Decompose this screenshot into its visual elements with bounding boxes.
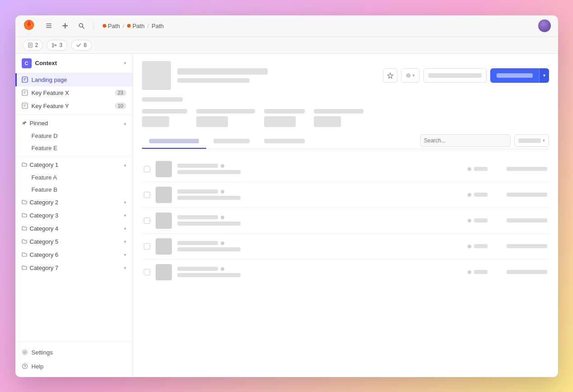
- project-header: ▾ ▾: [142, 61, 549, 90]
- row-meta-5: [177, 267, 462, 271]
- row-status-dot-1: [221, 164, 224, 168]
- more-dot: [406, 73, 411, 78]
- stat-col-4: [314, 109, 364, 127]
- counter-tab-checks[interactable]: 8: [71, 40, 92, 51]
- content-tab-2[interactable]: [206, 134, 257, 149]
- sidebar-category-7-chevron-icon: ▾: [124, 265, 126, 270]
- row-meta-4: [177, 241, 462, 245]
- app-window: Path / Path / Path 2 3: [15, 15, 558, 377]
- star-button[interactable]: [383, 68, 398, 83]
- stat-col-2: [196, 109, 255, 127]
- sidebar-section-category-4[interactable]: Category 4 ▾: [15, 222, 133, 235]
- sidebar-item-key-feature-y[interactable]: Key Feature Y 10: [15, 99, 133, 113]
- tab-search-input[interactable]: [420, 134, 511, 147]
- table-row[interactable]: [142, 156, 549, 182]
- table-row[interactable]: [142, 260, 549, 285]
- breadcrumb-label-3: Path: [152, 23, 164, 29]
- content-tab-3[interactable]: [257, 134, 312, 149]
- sidebar-context-left: C Context: [22, 58, 57, 68]
- row-checkbox-4[interactable]: [144, 243, 150, 250]
- row-info-4: [177, 241, 462, 251]
- sidebar-sub-item-feature-e[interactable]: Feature E: [15, 142, 133, 154]
- secondary-input-area[interactable]: [423, 68, 487, 83]
- sidebar-sub-item-feature-b-label: Feature B: [32, 186, 57, 193]
- svg-marker-26: [388, 73, 393, 78]
- row-status-text-1: [474, 167, 488, 171]
- counter-tabs-bar: 2 3 8: [15, 37, 558, 54]
- primary-action-main[interactable]: [490, 68, 539, 83]
- breadcrumb-item-2[interactable]: Path: [127, 23, 145, 29]
- sidebar-category-6-label: Category 6: [30, 251, 59, 258]
- row-status-dot-3: [221, 216, 224, 219]
- row-checkbox-2[interactable]: [144, 192, 150, 198]
- row-date-5: [493, 270, 547, 274]
- logo[interactable]: [23, 19, 39, 33]
- row-info-5: [177, 267, 462, 277]
- row-date-text-1: [507, 167, 547, 171]
- content-tab-2-skeleton: [213, 139, 250, 143]
- row-date-2: [493, 193, 547, 197]
- sidebar-sub-item-feature-a[interactable]: Feature A: [15, 171, 133, 184]
- row-thumbnail-3: [156, 213, 172, 229]
- svg-rect-1: [46, 25, 52, 26]
- sidebar-divider-2: [15, 156, 133, 156]
- counter-checks-value: 8: [84, 42, 87, 48]
- row-thumbnail-2: [156, 187, 172, 203]
- add-button[interactable]: [59, 19, 71, 32]
- row-date-1: [493, 167, 547, 171]
- content-tab-active[interactable]: [142, 134, 206, 149]
- breadcrumb-item-3[interactable]: Path: [152, 23, 164, 29]
- stat-col-3-line1: [264, 109, 305, 113]
- row-status-text-5: [474, 270, 488, 274]
- table-row[interactable]: [142, 182, 549, 208]
- avatar-area[interactable]: [538, 19, 551, 32]
- user-avatar[interactable]: [538, 19, 551, 32]
- counter-tab-docs[interactable]: 2: [23, 40, 43, 51]
- row-sub-3: [177, 222, 241, 226]
- row-checkbox-3[interactable]: [144, 217, 150, 224]
- sidebar-item-key-feature-y-label: Key Feature Y: [32, 103, 69, 109]
- sidebar-nav: Landing page Key Feature X 23 Key Featur…: [15, 73, 133, 341]
- sidebar-footer-help[interactable]: Help: [22, 360, 126, 373]
- primary-action-arrow[interactable]: ▾: [539, 68, 549, 83]
- sidebar-section-category-7[interactable]: Category 7 ▾: [15, 261, 133, 274]
- table-row[interactable]: [142, 234, 549, 260]
- row-thumbnail-5: [156, 264, 172, 280]
- sidebar-section-category-3[interactable]: Category 3 ▾: [15, 209, 133, 222]
- search-button[interactable]: [75, 19, 88, 32]
- sidebar-section-category-2[interactable]: Category 2 ▾: [15, 196, 133, 209]
- row-status-dot-5: [221, 267, 224, 271]
- sidebar-toggle-button[interactable]: [43, 19, 55, 32]
- sidebar-footer-help-label: Help: [32, 363, 44, 370]
- sidebar-category-1-label: Category 1: [30, 161, 59, 168]
- primary-action-button[interactable]: ▾: [490, 68, 549, 83]
- svg-line-6: [82, 27, 84, 29]
- row-status-icon-1: [468, 167, 471, 171]
- sidebar-sub-item-feature-d[interactable]: Feature D: [15, 130, 133, 142]
- sidebar-item-landing-page[interactable]: Landing page: [15, 73, 133, 86]
- more-dropdown-button[interactable]: ▾: [401, 68, 420, 83]
- stat-col-2-line1: [196, 109, 255, 113]
- sidebar-section-category-6[interactable]: Category 6 ▾: [15, 248, 133, 261]
- sidebar-sub-item-feature-b[interactable]: Feature B: [15, 184, 133, 196]
- sidebar-context-header[interactable]: C Context ▾: [15, 54, 133, 73]
- row-title-1: [177, 164, 218, 168]
- breadcrumb-item-1[interactable]: Path: [103, 23, 120, 29]
- table-row[interactable]: [142, 208, 549, 234]
- sidebar-footer-settings[interactable]: Settings: [22, 346, 126, 359]
- sidebar-category-2-chevron-icon: ▾: [124, 200, 126, 205]
- sidebar-footer-settings-label: Settings: [32, 349, 53, 356]
- sidebar-section-category-7-left: Category 7: [22, 264, 59, 271]
- counter-tab-merges[interactable]: 3: [47, 40, 67, 51]
- sidebar-section-category-4-left: Category 4: [22, 225, 59, 232]
- sidebar-section-category-6-left: Category 6: [22, 251, 59, 258]
- sidebar-item-key-feature-x[interactable]: Key Feature X 23: [15, 86, 133, 99]
- row-checkbox-5[interactable]: [144, 269, 150, 275]
- tab-filter-button[interactable]: ▾: [514, 134, 549, 147]
- stat-col-1: [142, 109, 187, 127]
- row-checkbox-1[interactable]: [144, 166, 150, 172]
- breadcrumb-dot-1: [103, 24, 106, 28]
- sidebar-section-category-5[interactable]: Category 5 ▾: [15, 235, 133, 248]
- sidebar-section-category-1[interactable]: Category 1 ▴: [15, 158, 133, 171]
- sidebar-section-pinned[interactable]: Pinned ▴: [15, 117, 133, 130]
